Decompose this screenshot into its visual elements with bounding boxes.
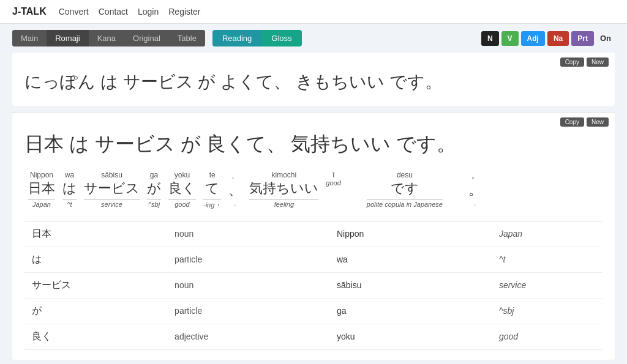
pos-on-button[interactable]: On [596, 31, 615, 46]
vocab-cell-pos: particle [167, 298, 329, 324]
toolbar: Main Romaji Kana Original Table Reading … [0, 24, 627, 53]
gloss-underline [62, 199, 77, 199]
table-row: 日本nounNipponJapan [24, 221, 603, 247]
gloss-cell: teて-ing・ [200, 169, 225, 211]
table-row: 良くadjectiveyokugood [24, 324, 603, 349]
reading-buttons: Reading Gloss [212, 30, 302, 46]
tab-original[interactable]: Original [124, 30, 169, 46]
gloss-underline [28, 199, 55, 199]
gloss-top: wa [65, 171, 74, 179]
vocab-cell-romaji: sābisu [329, 272, 492, 298]
section2-copy-button[interactable]: Copy [560, 117, 584, 127]
gloss-bottom: good [326, 179, 340, 187]
vocab-cell-gloss: ^t [492, 247, 603, 272]
main-content: Copy New にっぽん は サービス が よくて、 きもちいい です。 Co… [0, 53, 627, 364]
gloss-middle: サービス [84, 179, 140, 198]
gloss-top: yoku [175, 171, 190, 179]
gloss-middle: 良く [168, 179, 196, 198]
gloss-cell: Nippon日本Japan [24, 169, 59, 209]
vocab-cell-gloss: ^sbj [492, 298, 603, 324]
pos-prt-button[interactable]: Prt [571, 31, 594, 46]
gloss-cell: īgood [322, 169, 344, 188]
navbar: J-TALK Convert Contact Login Register [0, 0, 627, 24]
gloss-underline [168, 199, 196, 199]
gloss-cell: kimochi気持ちいいfeeling [246, 169, 322, 209]
gloss-bottom: ^sbj [148, 201, 160, 208]
vocab-cell-word: 良く [24, 324, 167, 349]
vocab-cell-word: 日本 [24, 221, 167, 247]
vocab-cell-word: が [24, 298, 167, 324]
vocab-cell-pos: particle [167, 247, 329, 272]
gloss-top: 。 [471, 171, 479, 181]
reading-button[interactable]: Reading [212, 30, 261, 46]
nav-convert[interactable]: Convert [59, 7, 89, 17]
vocab-table: 日本nounNipponJapanはparticlewa^tサービスnounsā… [24, 221, 603, 350]
romaji-output: にっぽん は サービス が よくて、 きもちいい です。 [24, 69, 603, 96]
gloss-row: Nippon日本Japanwaは^tsābisuサービスservicegaが^s… [24, 169, 603, 211]
pos-verb-button[interactable]: V [501, 31, 519, 46]
gloss-button[interactable]: Gloss [261, 30, 301, 46]
gloss-bottom: Japan [32, 201, 51, 208]
gloss-top: 、 [231, 171, 239, 181]
pos-adj-button[interactable]: Adj [521, 31, 545, 46]
gloss-cell: sābisuサービスservice [80, 169, 143, 209]
vocab-cell-gloss: Japan [492, 221, 603, 247]
table-row: サービスnounsābisuservice [24, 272, 603, 298]
vocab-cell-pos: noun [167, 272, 329, 298]
vocab-cell-romaji: ga [329, 298, 492, 324]
nav-login[interactable]: Login [138, 7, 159, 17]
gloss-middle: が [147, 179, 161, 198]
section1-new-button[interactable]: New [587, 58, 609, 67]
vocab-cell-romaji: wa [329, 247, 492, 272]
gloss-bottom: good [175, 201, 189, 208]
gloss-bottom: feeling [274, 201, 294, 208]
gloss-underline [84, 199, 140, 199]
nav-contact[interactable]: Contact [99, 7, 128, 17]
gloss-middle: 。 [468, 181, 482, 199]
gloss-cell [345, 169, 363, 172]
gloss-middle: 気持ちいい [249, 179, 318, 198]
table-row: はparticlewa^t [24, 247, 603, 272]
pos-noun-button[interactable]: N [481, 31, 499, 46]
gloss-middle: です [391, 179, 419, 198]
gloss-cell [446, 169, 465, 172]
vocab-cell-pos: noun [167, 221, 329, 247]
gloss-top: desu [397, 171, 413, 179]
gloss-cell: 、、. [225, 169, 246, 208]
nav-links: Convert Contact Login Register [59, 7, 201, 17]
section2-tools: Copy New [560, 117, 609, 127]
gloss-bottom: . [474, 199, 476, 207]
nav-register[interactable]: Register [168, 7, 200, 17]
section1-copy-button[interactable]: Copy [560, 58, 584, 67]
gloss-underline [203, 199, 221, 199]
view-tabs: Main Romaji Kana Original Table [12, 30, 205, 46]
tab-romaji[interactable]: Romaji [47, 30, 88, 46]
section2-new-button[interactable]: New [587, 117, 609, 127]
tab-main[interactable]: Main [12, 30, 47, 46]
kana-output: 日本 は サービス が 良くて、 気持ちいい です。 [24, 128, 603, 160]
gloss-top: sābisu [101, 171, 122, 179]
gloss-cell: 。。. [465, 169, 486, 208]
gloss-cell: waは^t [59, 169, 80, 209]
pos-buttons: N V Adj Na Prt On [481, 31, 615, 46]
pos-na-button[interactable]: Na [547, 31, 569, 46]
gloss-top: ga [150, 171, 158, 179]
gloss-bottom: polite copula in Japanese [367, 201, 443, 208]
gloss-top: Nippon [30, 171, 53, 179]
section1-tools: Copy New [560, 58, 609, 67]
vocab-cell-romaji: Nippon [329, 221, 492, 247]
vocab-cell-gloss: service [492, 272, 603, 298]
gloss-area: Nippon日本Japanwaは^tsābisuサービスservicegaが^s… [24, 169, 603, 211]
gloss-bottom: -ing・ [203, 201, 221, 210]
gloss-middle: 、 [228, 181, 242, 199]
vocab-cell-word: サービス [24, 272, 167, 298]
gloss-bottom: . [235, 199, 236, 207]
gloss-middle: 日本 [28, 179, 55, 198]
section-kana: Copy New 日本 は サービス が 良くて、 気持ちいい です。 Nipp… [12, 113, 615, 360]
section-romaji: Copy New にっぽん は サービス が よくて、 きもちいい です。 [12, 53, 615, 106]
tab-kana[interactable]: Kana [89, 30, 124, 46]
tab-table[interactable]: Table [169, 30, 205, 46]
site-logo[interactable]: J-TALK [12, 6, 47, 17]
gloss-top: te [209, 171, 216, 179]
gloss-cell: gaが^sbj [143, 169, 165, 209]
